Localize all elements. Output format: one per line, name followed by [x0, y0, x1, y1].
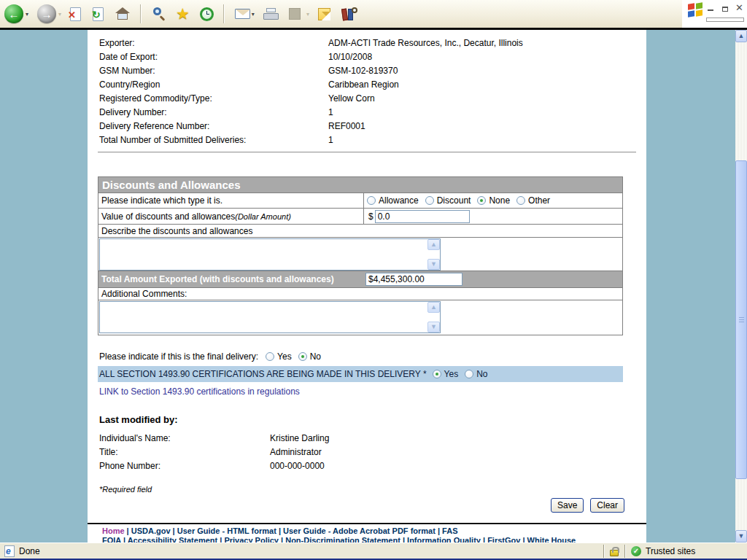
minimize-button[interactable] [705, 3, 715, 12]
info-value: Caribbean Region [328, 79, 399, 90]
info-value: 10/10/2008 [328, 52, 372, 62]
certification-radio-icon[interactable] [465, 370, 473, 378]
footer-link[interactable]: User Guide - Adobe Acrobat PDF format [283, 526, 436, 535]
research-icon [341, 7, 357, 20]
ie-page-icon: e [4, 545, 15, 557]
info-value: 1 [328, 107, 333, 117]
info-value: ADM-ACTI Trade Resources, Inc., Decatur,… [328, 38, 523, 48]
discount-type-row: Please indicate which type it is. Allowa… [98, 192, 622, 208]
info-label: Date of Export: [99, 52, 328, 62]
certification-option-yes[interactable]: Yes [433, 369, 459, 379]
home-icon [115, 7, 130, 20]
info-label: Registered Commodity/Type: [99, 93, 328, 104]
comments-textarea[interactable]: ▲ ▼ [99, 301, 441, 333]
final-delivery-option-label: Yes [277, 351, 292, 362]
scroll-down-icon[interactable]: ▼ [427, 259, 440, 270]
scroll-up-icon[interactable]: ▲ [427, 302, 440, 313]
discount-value-label: Value of discounts and allowances(Dollar… [98, 209, 364, 224]
mail-icon [235, 9, 250, 19]
clear-button[interactable]: Clear [590, 498, 624, 513]
final-delivery-option-yes[interactable]: Yes [266, 351, 292, 362]
section-divider [98, 152, 636, 153]
notes-icon [318, 8, 330, 20]
favorites-icon: ★ [176, 7, 190, 21]
info-label: Total Number of Submitted Deliveries: [99, 135, 328, 145]
back-button[interactable]: ← [4, 2, 24, 26]
stop-button[interactable]: ✕ [64, 2, 87, 26]
info-value: GSM-102-819370 [328, 66, 398, 76]
refresh-icon: ↻ [93, 7, 104, 21]
toolbar-separator [223, 4, 225, 23]
certification-label: ALL SECTION 1493.90 CERTIFICATIONS ARE B… [99, 369, 427, 379]
save-button[interactable]: Save [551, 498, 584, 513]
close-button[interactable]: ✕ [735, 3, 744, 12]
describe-label: Describe the discounts and allowances [101, 226, 252, 236]
describe-textarea-row: ▲ ▼ [98, 237, 622, 271]
scroll-down-icon[interactable]: ▼ [735, 530, 747, 542]
footer-link-separator: | [171, 526, 177, 535]
textarea-scrollbar[interactable]: ▲ ▼ [427, 302, 440, 332]
currency-symbol: $ [368, 211, 374, 222]
final-delivery-option-no[interactable]: No [298, 351, 321, 362]
footer-link[interactable]: FAS [442, 526, 457, 535]
scroll-down-icon[interactable]: ▼ [427, 322, 440, 332]
scrollbar-thumb[interactable] [735, 160, 747, 479]
restore-button[interactable] [720, 3, 729, 12]
discount-type-radio-icon[interactable] [367, 196, 376, 205]
info-value: Yellow Corn [328, 93, 375, 104]
discount-type-label: Please indicate which type it is. [98, 193, 364, 208]
final-delivery-radio-icon[interactable] [266, 352, 274, 361]
discount-type-option-discount[interactable]: Discount [425, 195, 471, 206]
last-modified-rows: Individual's Name:Kristine DarlingTitle:… [88, 431, 646, 472]
scroll-up-icon[interactable]: ▲ [427, 239, 440, 250]
describe-textarea[interactable]: ▲ ▼ [99, 238, 441, 271]
discount-type-radio-icon[interactable] [425, 196, 434, 205]
discount-type-option-allowance[interactable]: Allowance [367, 195, 419, 206]
discount-type-option-label: Allowance [379, 195, 419, 206]
certification-option-no[interactable]: No [465, 369, 487, 379]
forward-dropdown-icon[interactable]: ▾ [58, 11, 61, 18]
discount-type-radio-icon[interactable] [477, 196, 486, 205]
info-row: Date of Export:10/10/2008 [88, 50, 646, 63]
history-icon [200, 7, 214, 21]
footer-link[interactable]: USDA.gov [131, 526, 171, 535]
notes-button[interactable] [312, 2, 336, 26]
favorites-button[interactable]: ★ [171, 2, 195, 26]
certification-radio-icon[interactable] [433, 370, 441, 378]
scroll-up-icon[interactable]: ▲ [735, 30, 747, 42]
final-delivery-radio-icon[interactable] [298, 352, 307, 361]
search-button[interactable] [146, 2, 171, 26]
vertical-scrollbar[interactable]: ▲ ▼ [735, 30, 747, 542]
describe-label-row: Describe the discounts and allowances [98, 224, 622, 237]
required-field-note: *Required field [99, 485, 646, 494]
research-button[interactable] [336, 2, 363, 26]
last-modified-row: Phone Number:000-000-0000 [88, 459, 646, 472]
mail-dropdown-icon[interactable]: ▾ [252, 11, 255, 18]
refresh-button[interactable]: ↻ [87, 2, 109, 26]
mail-button[interactable] [229, 2, 250, 26]
forward-button[interactable]: → [31, 2, 57, 26]
discount-type-option-label: Discount [437, 195, 471, 206]
last-modified-value: Administrator [270, 447, 322, 457]
print-button[interactable] [258, 2, 285, 26]
back-dropdown-icon[interactable]: ▾ [26, 11, 28, 18]
textarea-scrollbar[interactable]: ▲ ▼ [427, 239, 440, 270]
discount-type-option-label: Other [528, 195, 550, 206]
last-modified-heading: Last modified by: [99, 414, 646, 425]
last-modified-row: Individual's Name:Kristine Darling [88, 431, 646, 445]
discount-type-option-other[interactable]: Other [516, 195, 550, 206]
forward-icon: → [37, 4, 56, 23]
discount-value-input[interactable] [375, 210, 470, 223]
discount-type-option-none[interactable]: None [477, 195, 510, 206]
total-amount-input[interactable] [365, 273, 462, 286]
regulations-link[interactable]: LINK to Section 1493.90 certifications i… [99, 386, 300, 397]
home-button[interactable] [109, 2, 136, 26]
footer-link[interactable]: Home [102, 526, 125, 535]
edit-button[interactable] [285, 2, 305, 26]
comments-textarea-row: ▲ ▼ [98, 300, 622, 335]
footer-link[interactable]: User Guide - HTML format [177, 526, 276, 535]
info-label: Exporter: [99, 38, 328, 48]
history-button[interactable] [195, 2, 219, 26]
discount-type-radio-icon[interactable] [516, 196, 525, 205]
windows-logo-icon [688, 3, 704, 18]
